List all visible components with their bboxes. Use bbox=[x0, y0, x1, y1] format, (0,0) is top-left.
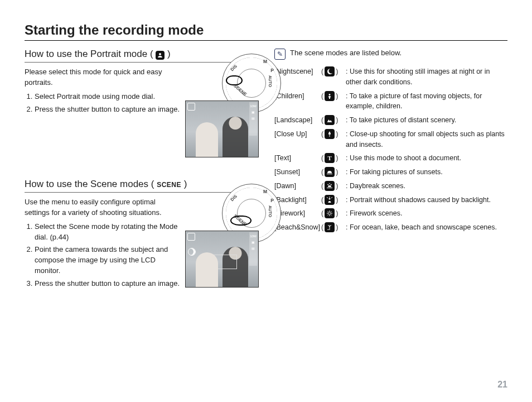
closeup-icon bbox=[325, 129, 335, 139]
scene-icon-wrap: ( ) bbox=[321, 167, 346, 178]
scene-row: [Nightscene]( ): Use this for shooting s… bbox=[274, 66, 507, 88]
preview-portrait: 10M▣▤ bbox=[185, 100, 259, 157]
portrait-step-2: Press the shutter button to capture an i… bbox=[35, 104, 181, 115]
svg-line-8 bbox=[328, 214, 329, 216]
dial-label-p: P bbox=[270, 68, 274, 73]
scene-row: [Backlight]( ): Portrait without shadows… bbox=[274, 195, 507, 205]
scene-name: [Children] bbox=[274, 91, 321, 102]
scene-row: [Dawn]( ): Daybreak scenes. bbox=[274, 181, 507, 192]
portrait-heading-post: ) bbox=[167, 49, 171, 59]
text-icon: T bbox=[325, 153, 335, 163]
scene-name: [Nightscene] bbox=[274, 66, 321, 77]
portrait-heading-pre: How to use the Portrait mode ( bbox=[25, 49, 156, 59]
scene-row: [Children]( ): To take a picture of fast… bbox=[274, 91, 507, 112]
page-title: Starting the recording mode bbox=[25, 22, 507, 41]
scene-icon-wrap: ( ) bbox=[321, 66, 346, 77]
dial-label-auto: AUTO bbox=[268, 205, 273, 217]
scene-desc: : Use this mode to shoot a document. bbox=[346, 153, 507, 164]
beachsnow-icon bbox=[325, 222, 335, 232]
svg-line-6 bbox=[331, 214, 332, 216]
hud-res: 10M bbox=[250, 234, 257, 238]
scene-name: [Text] bbox=[274, 153, 321, 164]
scene-icon-wrap: ( ) bbox=[321, 222, 346, 233]
dial-selection-mark bbox=[230, 216, 252, 226]
preview-mode-icon bbox=[187, 233, 195, 241]
mode-dial-scene: M P AUTO SCENE DIS bbox=[212, 197, 259, 227]
scene-name: [Beach&Snow] bbox=[274, 222, 321, 233]
scene-name: [Landscape] bbox=[274, 115, 321, 126]
scene-desc: : Daybreak scenes. bbox=[346, 181, 507, 192]
scene-desc: : For ocean, lake, beach and snowscape s… bbox=[346, 222, 507, 233]
dial-label-auto: AUTO bbox=[268, 75, 273, 87]
scene-name: [Dawn] bbox=[274, 181, 321, 192]
dial-label-dis: DIS bbox=[230, 64, 238, 72]
scene-heading-label: SCENE bbox=[157, 181, 181, 189]
scene-step-1: Select the Scene mode by rotating the Mo… bbox=[35, 222, 181, 243]
svg-line-5 bbox=[328, 212, 329, 213]
children-icon bbox=[325, 91, 335, 101]
scene-icon-wrap: ( T ) bbox=[321, 153, 346, 164]
dawn-icon bbox=[325, 181, 335, 191]
page-number: 21 bbox=[497, 380, 507, 390]
dial-label-m: M bbox=[263, 189, 267, 194]
scene-row: [Close Up]( ): Close-up shooting for sma… bbox=[274, 129, 507, 150]
scene-name: [Sunset] bbox=[274, 167, 321, 178]
dial-label-m: M bbox=[263, 59, 267, 64]
scene-row: [Beach&Snow]( ): For ocean, lake, beach … bbox=[274, 222, 507, 233]
scene-desc: : To take pictures of distant scenery. bbox=[346, 115, 507, 126]
scene-icon-wrap: ( ) bbox=[321, 195, 346, 205]
scene-row: [Landscape]( ): To take pictures of dist… bbox=[274, 115, 507, 126]
scene-desc: : Portrait without shadows caused by bac… bbox=[346, 195, 507, 205]
scene-icon-wrap: ( ) bbox=[321, 129, 346, 140]
scene-list-intro: The scene modes are listed below. bbox=[290, 49, 402, 57]
scene-icon-wrap: ( ) bbox=[321, 115, 346, 126]
scene-desc: : For taking pictures of sunsets. bbox=[346, 167, 507, 178]
landscape-icon bbox=[325, 115, 335, 125]
scene-row: [Text]( T ): Use this mode to shoot a do… bbox=[274, 153, 507, 164]
scene-heading: How to use the Scene modes ( SCENE ) bbox=[25, 179, 259, 193]
scene-heading-post: ) bbox=[184, 179, 187, 189]
night-icon bbox=[325, 66, 335, 76]
scene-row: [Sunset]( ): For taking pictures of suns… bbox=[274, 167, 507, 178]
scene-step-3: Press the shutter button to capture an i… bbox=[35, 279, 181, 289]
scene-icon-wrap: ( ) bbox=[321, 208, 346, 219]
scene-desc: : Firework scenes. bbox=[346, 208, 507, 219]
scene-intro: Use the menu to easily configure optimal… bbox=[25, 197, 181, 218]
scene-name: [Firework] bbox=[274, 208, 321, 219]
scene-list: [Nightscene]( ): Use this for shooting s… bbox=[274, 66, 507, 233]
dial-label-dis: DIS bbox=[230, 194, 238, 202]
svg-point-0 bbox=[329, 198, 331, 199]
scene-name: [Backlight] bbox=[274, 195, 321, 205]
scene-heading-pre: How to use the Scene modes ( bbox=[25, 179, 157, 189]
firework-icon bbox=[325, 208, 335, 218]
backlight-icon bbox=[325, 195, 335, 205]
portrait-heading: How to use the Portrait mode ( ) bbox=[25, 49, 259, 63]
portrait-intro: Please select this mode for quick and ea… bbox=[25, 67, 181, 88]
svg-line-7 bbox=[331, 212, 332, 213]
scene-desc: : Use this for shooting still images at … bbox=[346, 66, 507, 88]
scene-icon-wrap: ( ) bbox=[321, 91, 346, 102]
mode-dial-portrait: M P AUTO SCENE DIS bbox=[212, 67, 259, 97]
scene-step-2: Point the camera towards the subject and… bbox=[35, 245, 181, 276]
portrait-icon bbox=[156, 51, 165, 60]
scene-name: [Close Up] bbox=[274, 129, 321, 140]
preview-scene: 10M▣▤ bbox=[185, 231, 259, 288]
dial-label-p: P bbox=[270, 198, 274, 203]
scene-row: [Firework]( ): Firework scenes. bbox=[274, 208, 507, 219]
scene-desc: : Close-up shooting for small objects su… bbox=[346, 129, 507, 150]
hud-res: 10M bbox=[250, 104, 257, 108]
scene-desc: : To take a picture of fast moving objec… bbox=[346, 91, 507, 112]
note-icon: ✎ bbox=[274, 49, 286, 60]
portrait-step-1: Select Portrait mode using mode dial. bbox=[35, 92, 181, 102]
night-indicator-icon bbox=[188, 248, 196, 256]
dial-selection-mark bbox=[226, 75, 243, 85]
af-frame bbox=[211, 255, 237, 269]
scene-icon-wrap: ( ) bbox=[321, 181, 346, 192]
sunset-icon bbox=[325, 167, 335, 177]
